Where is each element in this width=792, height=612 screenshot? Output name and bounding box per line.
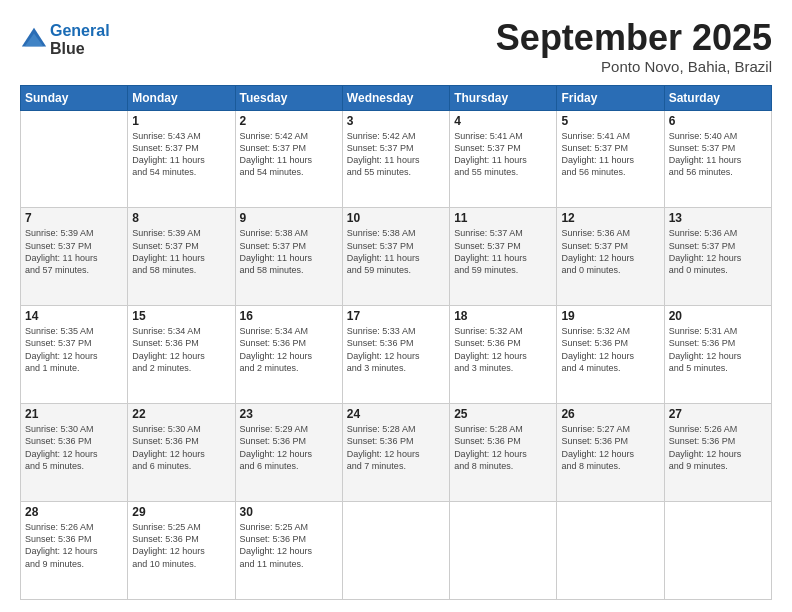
day-number: 16 [240,309,338,323]
calendar-week-row: 14Sunrise: 5:35 AMSunset: 5:37 PMDayligh… [21,306,772,404]
day-info: Sunrise: 5:33 AMSunset: 5:36 PMDaylight:… [347,325,445,374]
day-info: Sunrise: 5:36 AMSunset: 5:37 PMDaylight:… [669,227,767,276]
calendar-cell: 17Sunrise: 5:33 AMSunset: 5:36 PMDayligh… [342,306,449,404]
day-number: 2 [240,114,338,128]
day-info: Sunrise: 5:42 AMSunset: 5:37 PMDaylight:… [347,130,445,179]
day-number: 18 [454,309,552,323]
day-info: Sunrise: 5:31 AMSunset: 5:36 PMDaylight:… [669,325,767,374]
calendar-cell: 14Sunrise: 5:35 AMSunset: 5:37 PMDayligh… [21,306,128,404]
calendar-cell: 3Sunrise: 5:42 AMSunset: 5:37 PMDaylight… [342,110,449,208]
day-info: Sunrise: 5:32 AMSunset: 5:36 PMDaylight:… [561,325,659,374]
day-number: 5 [561,114,659,128]
calendar-cell: 7Sunrise: 5:39 AMSunset: 5:37 PMDaylight… [21,208,128,306]
day-number: 12 [561,211,659,225]
day-info: Sunrise: 5:36 AMSunset: 5:37 PMDaylight:… [561,227,659,276]
calendar-cell: 28Sunrise: 5:26 AMSunset: 5:36 PMDayligh… [21,502,128,600]
day-info: Sunrise: 5:42 AMSunset: 5:37 PMDaylight:… [240,130,338,179]
calendar-cell: 5Sunrise: 5:41 AMSunset: 5:37 PMDaylight… [557,110,664,208]
calendar-cell: 15Sunrise: 5:34 AMSunset: 5:36 PMDayligh… [128,306,235,404]
day-number: 14 [25,309,123,323]
day-info: Sunrise: 5:28 AMSunset: 5:36 PMDaylight:… [454,423,552,472]
day-info: Sunrise: 5:35 AMSunset: 5:37 PMDaylight:… [25,325,123,374]
calendar-week-row: 28Sunrise: 5:26 AMSunset: 5:36 PMDayligh… [21,502,772,600]
day-number: 20 [669,309,767,323]
logo: General Blue [20,22,110,57]
day-number: 25 [454,407,552,421]
calendar-cell: 23Sunrise: 5:29 AMSunset: 5:36 PMDayligh… [235,404,342,502]
day-number: 24 [347,407,445,421]
day-info: Sunrise: 5:29 AMSunset: 5:36 PMDaylight:… [240,423,338,472]
day-number: 7 [25,211,123,225]
calendar-cell: 2Sunrise: 5:42 AMSunset: 5:37 PMDaylight… [235,110,342,208]
calendar-cell: 4Sunrise: 5:41 AMSunset: 5:37 PMDaylight… [450,110,557,208]
calendar-cell [21,110,128,208]
day-info: Sunrise: 5:25 AMSunset: 5:36 PMDaylight:… [240,521,338,570]
calendar-cell: 19Sunrise: 5:32 AMSunset: 5:36 PMDayligh… [557,306,664,404]
day-number: 23 [240,407,338,421]
day-info: Sunrise: 5:41 AMSunset: 5:37 PMDaylight:… [454,130,552,179]
location-subtitle: Ponto Novo, Bahia, Brazil [496,58,772,75]
day-info: Sunrise: 5:39 AMSunset: 5:37 PMDaylight:… [132,227,230,276]
day-info: Sunrise: 5:41 AMSunset: 5:37 PMDaylight:… [561,130,659,179]
weekday-header-sunday: Sunday [21,85,128,110]
calendar-week-row: 7Sunrise: 5:39 AMSunset: 5:37 PMDaylight… [21,208,772,306]
calendar-cell: 29Sunrise: 5:25 AMSunset: 5:36 PMDayligh… [128,502,235,600]
day-number: 10 [347,211,445,225]
day-info: Sunrise: 5:38 AMSunset: 5:37 PMDaylight:… [347,227,445,276]
calendar-cell: 18Sunrise: 5:32 AMSunset: 5:36 PMDayligh… [450,306,557,404]
day-info: Sunrise: 5:34 AMSunset: 5:36 PMDaylight:… [132,325,230,374]
day-number: 15 [132,309,230,323]
day-number: 1 [132,114,230,128]
calendar-cell: 9Sunrise: 5:38 AMSunset: 5:37 PMDaylight… [235,208,342,306]
weekday-header-tuesday: Tuesday [235,85,342,110]
calendar-cell: 22Sunrise: 5:30 AMSunset: 5:36 PMDayligh… [128,404,235,502]
day-number: 8 [132,211,230,225]
day-number: 22 [132,407,230,421]
day-number: 6 [669,114,767,128]
weekday-header-saturday: Saturday [664,85,771,110]
calendar-cell [342,502,449,600]
calendar-cell: 1Sunrise: 5:43 AMSunset: 5:37 PMDaylight… [128,110,235,208]
day-info: Sunrise: 5:37 AMSunset: 5:37 PMDaylight:… [454,227,552,276]
calendar-cell: 10Sunrise: 5:38 AMSunset: 5:37 PMDayligh… [342,208,449,306]
month-title: September 2025 [496,18,772,58]
logo-icon [20,26,48,54]
calendar-cell: 25Sunrise: 5:28 AMSunset: 5:36 PMDayligh… [450,404,557,502]
weekday-header-wednesday: Wednesday [342,85,449,110]
weekday-header-thursday: Thursday [450,85,557,110]
day-number: 17 [347,309,445,323]
calendar-cell: 21Sunrise: 5:30 AMSunset: 5:36 PMDayligh… [21,404,128,502]
calendar-table: SundayMondayTuesdayWednesdayThursdayFrid… [20,85,772,600]
calendar-cell: 30Sunrise: 5:25 AMSunset: 5:36 PMDayligh… [235,502,342,600]
day-info: Sunrise: 5:32 AMSunset: 5:36 PMDaylight:… [454,325,552,374]
header: General Blue September 2025 Ponto Novo, … [20,18,772,75]
day-number: 3 [347,114,445,128]
calendar-cell: 13Sunrise: 5:36 AMSunset: 5:37 PMDayligh… [664,208,771,306]
day-number: 4 [454,114,552,128]
day-number: 13 [669,211,767,225]
calendar-cell: 24Sunrise: 5:28 AMSunset: 5:36 PMDayligh… [342,404,449,502]
calendar-cell: 27Sunrise: 5:26 AMSunset: 5:36 PMDayligh… [664,404,771,502]
day-number: 19 [561,309,659,323]
day-info: Sunrise: 5:28 AMSunset: 5:36 PMDaylight:… [347,423,445,472]
day-number: 28 [25,505,123,519]
calendar-cell [450,502,557,600]
weekday-header-monday: Monday [128,85,235,110]
logo-blue: Blue [50,40,85,57]
day-number: 9 [240,211,338,225]
day-number: 21 [25,407,123,421]
day-info: Sunrise: 5:26 AMSunset: 5:36 PMDaylight:… [669,423,767,472]
calendar-cell: 6Sunrise: 5:40 AMSunset: 5:37 PMDaylight… [664,110,771,208]
day-info: Sunrise: 5:25 AMSunset: 5:36 PMDaylight:… [132,521,230,570]
calendar-header-row: SundayMondayTuesdayWednesdayThursdayFrid… [21,85,772,110]
day-info: Sunrise: 5:38 AMSunset: 5:37 PMDaylight:… [240,227,338,276]
day-info: Sunrise: 5:30 AMSunset: 5:36 PMDaylight:… [25,423,123,472]
day-number: 29 [132,505,230,519]
calendar-cell: 16Sunrise: 5:34 AMSunset: 5:36 PMDayligh… [235,306,342,404]
title-block: September 2025 Ponto Novo, Bahia, Brazil [496,18,772,75]
calendar-cell: 12Sunrise: 5:36 AMSunset: 5:37 PMDayligh… [557,208,664,306]
calendar-cell [664,502,771,600]
calendar-cell: 26Sunrise: 5:27 AMSunset: 5:36 PMDayligh… [557,404,664,502]
day-info: Sunrise: 5:34 AMSunset: 5:36 PMDaylight:… [240,325,338,374]
day-number: 27 [669,407,767,421]
